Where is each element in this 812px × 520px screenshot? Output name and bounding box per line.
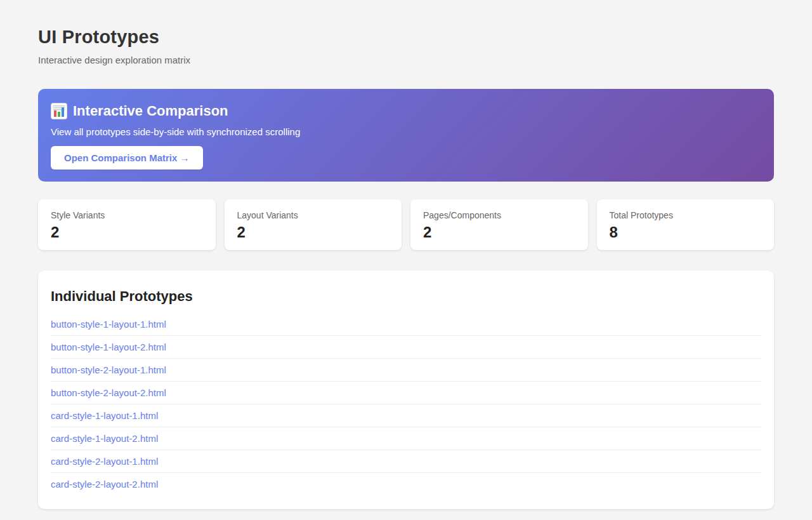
open-comparison-matrix-button[interactable]: Open Comparison Matrix → [51, 146, 203, 170]
prototype-link[interactable]: button-style-1-layout-2.html [51, 336, 761, 358]
list-item: button-style-2-layout-2.html [51, 382, 761, 404]
stat-card-layout-variants: Layout Variants 2 [225, 199, 402, 250]
comparison-banner: Interactive Comparison View all prototyp… [38, 89, 774, 182]
stat-card-pages-components: Pages/Components 2 [410, 199, 588, 250]
prototype-link[interactable]: button-style-2-layout-1.html [51, 359, 761, 381]
bar-chart-icon [51, 103, 67, 119]
prototype-link[interactable]: card-style-1-layout-2.html [51, 427, 761, 450]
list-item: button-style-2-layout-1.html [51, 359, 761, 382]
individual-prototypes-card: Individual Prototypes button-style-1-lay… [38, 270, 774, 509]
prototype-link[interactable]: card-style-1-layout-1.html [51, 404, 761, 427]
stat-card-style-variants: Style Variants 2 [38, 199, 216, 250]
prototype-link[interactable]: card-style-2-layout-2.html [51, 473, 761, 495]
list-item: card-style-2-layout-1.html [51, 450, 761, 473]
stat-value: 2 [237, 225, 390, 240]
stat-label: Total Prototypes [610, 210, 762, 220]
stat-value: 2 [423, 225, 575, 240]
stat-label: Style Variants [51, 210, 203, 220]
list-item: card-style-2-layout-2.html [51, 473, 761, 495]
list-item: button-style-1-layout-1.html [51, 313, 761, 336]
page-subtitle: Interactive design exploration matrix [38, 55, 774, 65]
prototype-link[interactable]: button-style-2-layout-2.html [51, 382, 761, 404]
stat-card-total-prototypes: Total Prototypes 8 [597, 199, 775, 250]
prototype-list: button-style-1-layout-1.html button-styl… [51, 313, 761, 495]
stats-row: Style Variants 2 Layout Variants 2 Pages… [38, 199, 774, 250]
banner-title-text: Interactive Comparison [73, 103, 228, 119]
list-item: card-style-1-layout-1.html [51, 404, 761, 427]
page-title: UI Prototypes [38, 27, 774, 48]
stat-value: 2 [51, 225, 203, 240]
banner-title: Interactive Comparison [51, 103, 761, 119]
prototype-link[interactable]: card-style-2-layout-1.html [51, 450, 761, 472]
stat-value: 8 [610, 225, 762, 240]
list-item: card-style-1-layout-2.html [51, 427, 761, 450]
stat-label: Pages/Components [423, 210, 575, 220]
banner-description: View all prototypes side-by-side with sy… [51, 126, 761, 137]
page-container: UI Prototypes Interactive design explora… [38, 0, 774, 520]
individual-prototypes-heading: Individual Prototypes [51, 288, 761, 305]
list-item: button-style-1-layout-2.html [51, 336, 761, 359]
stat-label: Layout Variants [237, 210, 390, 220]
prototype-link[interactable]: button-style-1-layout-1.html [51, 313, 761, 335]
